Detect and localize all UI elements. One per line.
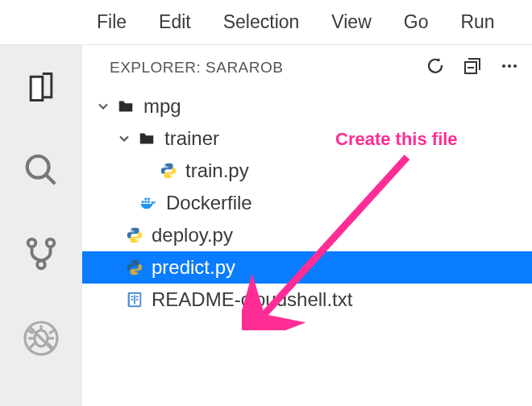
svg-point-2 bbox=[28, 239, 36, 247]
search-icon[interactable] bbox=[23, 151, 60, 188]
tree-label: Dockerfile bbox=[166, 192, 252, 214]
refresh-icon[interactable] bbox=[426, 56, 445, 79]
svg-point-18 bbox=[508, 64, 511, 68]
explorer-icon[interactable] bbox=[23, 69, 59, 105]
tree-file-predict[interactable]: predict.py bbox=[82, 251, 532, 284]
python-file-icon bbox=[160, 162, 177, 180]
menu-view[interactable]: View bbox=[331, 11, 371, 33]
menu-run[interactable]: Run bbox=[460, 11, 494, 33]
svg-point-3 bbox=[47, 239, 55, 247]
tree-file-train[interactable]: train.py bbox=[82, 155, 532, 187]
text-file-icon bbox=[126, 291, 143, 309]
activity-bar bbox=[0, 45, 82, 406]
tree-folder-trainer[interactable]: trainer bbox=[82, 122, 532, 155]
collapse-all-icon[interactable] bbox=[463, 56, 482, 79]
tree-file-readme[interactable]: README-cloudshell.txt bbox=[82, 284, 532, 316]
svg-rect-22 bbox=[148, 201, 150, 203]
svg-point-0 bbox=[27, 156, 49, 178]
tree-label: mpg bbox=[143, 95, 181, 118]
svg-rect-23 bbox=[144, 198, 147, 201]
svg-rect-24 bbox=[148, 198, 150, 201]
menu-bar: File Edit Selection View Go Run bbox=[0, 0, 532, 45]
file-tree: mpg trainer train.py bbox=[82, 90, 532, 316]
folder-icon bbox=[116, 97, 135, 115]
tree-label: train.py bbox=[185, 160, 249, 182]
chevron-down-icon bbox=[95, 98, 111, 114]
explorer-header: EXPLORER: SARAROB bbox=[82, 45, 532, 90]
explorer-title: EXPLORER: SARAROB bbox=[110, 59, 426, 77]
tree-label: README-cloudshell.txt bbox=[152, 288, 352, 311]
menu-selection[interactable]: Selection bbox=[223, 11, 300, 33]
svg-line-12 bbox=[30, 343, 35, 348]
svg-line-9 bbox=[49, 330, 54, 334]
more-actions-icon[interactable] bbox=[500, 56, 519, 79]
menu-edit[interactable]: Edit bbox=[159, 11, 191, 33]
chevron-down-icon bbox=[116, 130, 132, 147]
menu-go[interactable]: Go bbox=[404, 11, 429, 33]
svg-rect-21 bbox=[144, 201, 147, 203]
svg-point-17 bbox=[502, 64, 505, 68]
explorer-sidebar: EXPLORER: SARAROB bbox=[82, 45, 532, 406]
python-file-icon bbox=[126, 259, 143, 276]
docker-file-icon bbox=[139, 194, 158, 212]
tree-file-dockerfile[interactable]: Dockerfile bbox=[82, 187, 532, 219]
tree-file-deploy[interactable]: deploy.py bbox=[82, 219, 532, 251]
folder-icon bbox=[137, 130, 156, 147]
source-control-icon[interactable] bbox=[23, 235, 60, 272]
svg-point-19 bbox=[513, 64, 517, 68]
tree-label: deploy.py bbox=[152, 224, 233, 246]
svg-rect-20 bbox=[142, 201, 144, 203]
tree-folder-mpg[interactable]: mpg bbox=[82, 90, 532, 122]
svg-point-4 bbox=[37, 261, 45, 269]
tree-label: trainer bbox=[164, 127, 219, 150]
debug-disabled-icon[interactable] bbox=[22, 319, 60, 358]
tree-label: predict.py bbox=[152, 256, 235, 279]
menu-file[interactable]: File bbox=[97, 11, 127, 33]
python-file-icon bbox=[126, 226, 143, 244]
svg-line-1 bbox=[46, 175, 56, 184]
